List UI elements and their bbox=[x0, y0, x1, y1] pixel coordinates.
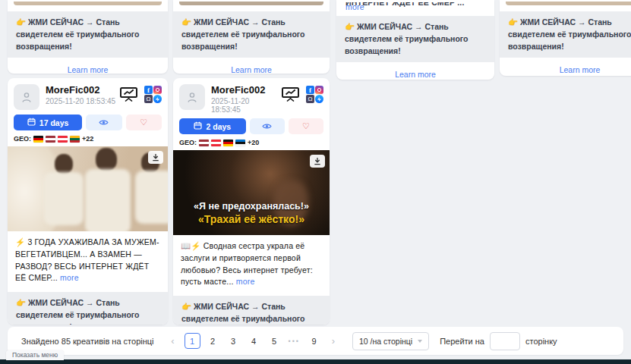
platform-icons: f Ω bbox=[144, 86, 162, 103]
page-button-3[interactable]: 3 bbox=[226, 333, 241, 349]
presentation-chart-icon[interactable] bbox=[119, 86, 138, 105]
cta-text: 👉 ЖМИ СЕЙЧАС → Стань свидетелем её триум… bbox=[336, 16, 494, 62]
clipped-creative-text: ИНТЕРНЕТ ЖДЁТ ЕЁ СМЕР ... more bbox=[336, 2, 494, 10]
card-actions: 17 days ♡ bbox=[8, 111, 168, 130]
creatives-page: 👉 ЖМИ СЕЙЧАС → Стань свидетелем её триум… bbox=[0, 0, 631, 364]
account-name: MoreFic002 bbox=[46, 84, 119, 96]
creative-image-overlay-text: «Я не предохранялась!» «Трахай её жёстко… bbox=[173, 200, 330, 226]
favorite-button[interactable]: ♡ bbox=[289, 118, 323, 134]
flag-de-icon bbox=[33, 136, 43, 143]
cta-text: 👉 ЖМИ СЕЙЧАС → Стань свидетелем её триум… bbox=[8, 11, 168, 58]
creative-card-partial: 👉 ЖМИ СЕЙЧАС → Стань свидетелем её триум… bbox=[500, 0, 631, 76]
favorite-button[interactable]: ♡ bbox=[126, 115, 162, 130]
flag-ee-icon bbox=[235, 140, 245, 146]
cta-text: 👉 ЖМИ СЕЙЧАС → Стань свидетелем её триум… bbox=[500, 11, 631, 58]
creative-text: ⚡ 3 ГОДА УХАЖИВАЛА ЗА МУЖЕМ-ВЕГЕТАТИВЦЕМ… bbox=[8, 231, 168, 289]
creative-card: MoreFic002 2025-11-20 18:53:45 f Ω 1 bbox=[8, 78, 168, 325]
geo-more-count[interactable]: +20 bbox=[248, 139, 259, 146]
creative-image-shape bbox=[135, 171, 168, 224]
download-image-button[interactable] bbox=[148, 151, 163, 164]
overlay-line-1: «Я не предохранялась!» bbox=[173, 200, 330, 212]
cta-text: 👉 ЖМИ СЕЙЧАС → Стань свидетелем её триум… bbox=[173, 296, 330, 325]
geo-more-count[interactable]: +22 bbox=[82, 135, 93, 143]
creative-image-shape bbox=[96, 148, 117, 171]
flag-lv-icon bbox=[46, 136, 55, 143]
creative-card: MoreFic002 2025-11-20 18:53:45 f Ω 2 bbox=[173, 78, 330, 325]
goto-page: Перейти на сторінку bbox=[440, 332, 557, 350]
days-active-button[interactable]: 17 days bbox=[14, 115, 82, 130]
column-4: 👉 ЖМИ СЕЙЧАС → Стань свидетелем её триум… bbox=[500, 0, 631, 76]
creative-image-shape bbox=[55, 154, 73, 174]
chevron-down-icon bbox=[418, 340, 422, 343]
page-button-1[interactable]: 1 bbox=[185, 333, 200, 349]
messenger-icon bbox=[153, 95, 162, 103]
pagination-bar: Знайдено 85 креативів на сторінці ‹ 1 2 … bbox=[8, 327, 623, 355]
goto-page-input[interactable] bbox=[490, 332, 520, 350]
per-page-select[interactable]: 10 /на сторінці bbox=[352, 332, 429, 350]
audience-network-icon: Ω bbox=[306, 95, 314, 103]
more-link[interactable]: more bbox=[236, 277, 255, 286]
geo-row: GEO: +22 bbox=[8, 130, 168, 146]
eye-icon bbox=[99, 117, 109, 128]
cta-text: 👉 ЖМИ СЕЙЧАС → Стань свидетелем её триум… bbox=[173, 11, 330, 58]
results-count: Знайдено 85 креативів на сторінці bbox=[21, 337, 154, 346]
geo-row: GEO: +20 bbox=[173, 134, 330, 150]
days-label: 17 days bbox=[39, 118, 69, 127]
instagram-icon bbox=[315, 86, 323, 94]
page-button-2[interactable]: 2 bbox=[205, 333, 221, 349]
creative-image-shape bbox=[44, 172, 84, 225]
geo-flags bbox=[199, 140, 245, 146]
card-header: MoreFic002 2025-11-20 18:53:45 f Ω bbox=[8, 78, 168, 111]
geo-flags bbox=[33, 136, 80, 143]
flag-lv-icon bbox=[199, 140, 209, 146]
learn-more-link[interactable]: Learn more bbox=[500, 65, 631, 74]
creative-image-sliver bbox=[179, 2, 323, 5]
geo-label: GEO: bbox=[179, 139, 197, 146]
learn-more-link[interactable]: Learn more bbox=[173, 65, 330, 74]
creative-image bbox=[8, 146, 168, 231]
views-button[interactable] bbox=[250, 118, 285, 134]
goto-suffix: сторінку bbox=[525, 337, 557, 346]
creative-card-partial: 👉 ЖМИ СЕЙЧАС → Стань свидетелем её триум… bbox=[173, 0, 330, 74]
flag-at-icon bbox=[211, 140, 221, 146]
calendar-icon bbox=[194, 121, 202, 131]
facebook-icon: f bbox=[306, 86, 314, 94]
calendar-icon bbox=[27, 118, 36, 127]
account-info: MoreFic002 2025-11-20 18:53:45 bbox=[205, 84, 281, 114]
heart-icon: ♡ bbox=[302, 121, 310, 131]
creative-card-partial: 👉 ЖМИ СЕЙЧАС → Стань свидетелем её триум… bbox=[8, 0, 168, 74]
learn-more-link[interactable]: Learn more bbox=[8, 65, 168, 74]
days-active-button[interactable]: 2 days bbox=[179, 118, 246, 134]
next-page-button[interactable]: › bbox=[327, 333, 340, 350]
days-label: 2 days bbox=[206, 122, 231, 131]
page-button-last[interactable]: 9 bbox=[306, 333, 322, 349]
pagination-ellipsis[interactable]: ••• bbox=[287, 337, 301, 345]
page-button-5[interactable]: 5 bbox=[267, 333, 282, 349]
prev-page-button[interactable]: ‹ bbox=[166, 333, 180, 350]
per-page-value: 10 /на сторінці bbox=[359, 337, 412, 346]
show-menu-button[interactable]: Показать меню bbox=[6, 350, 64, 360]
learn-more-link[interactable]: Learn more bbox=[336, 70, 494, 79]
bottom-bar bbox=[0, 359, 631, 364]
views-button[interactable] bbox=[86, 115, 121, 130]
instagram-icon bbox=[153, 86, 162, 94]
eye-icon bbox=[262, 121, 272, 132]
card-header: MoreFic002 2025-11-20 18:53:45 f Ω bbox=[173, 78, 330, 115]
column-3: ИНТЕРНЕТ ЖДЁТ ЕЁ СМЕР ... more 👉 ЖМИ СЕЙ… bbox=[336, 0, 494, 80]
account-info: MoreFic002 2025-11-20 18:53:45 bbox=[39, 84, 119, 110]
creative-datetime: 2025-11-20 18:53:45 bbox=[211, 97, 281, 114]
creative-card-partial: ИНТЕРНЕТ ЖДЁТ ЕЁ СМЕР ... more 👉 ЖМИ СЕЙ… bbox=[336, 0, 494, 80]
download-image-button[interactable] bbox=[310, 155, 325, 168]
flag-lt-icon bbox=[70, 136, 80, 143]
page-button-4[interactable]: 4 bbox=[246, 333, 262, 349]
creative-text-content: ⚡ 3 ГОДА УХАЖИВАЛА ЗА МУЖЕМ-ВЕГЕТАТИВЦЕМ… bbox=[15, 237, 159, 282]
audience-network-icon: Ω bbox=[144, 95, 153, 103]
more-link[interactable]: more bbox=[60, 273, 79, 282]
heart-icon: ♡ bbox=[140, 118, 147, 127]
presentation-chart-icon[interactable] bbox=[281, 86, 300, 105]
flag-at-icon bbox=[58, 136, 68, 143]
column-2: 👉 ЖМИ СЕЙЧАС → Стань свидетелем её триум… bbox=[173, 0, 330, 74]
facebook-icon: f bbox=[144, 86, 153, 94]
creative-image: «Я не предохранялась!» «Трахай её жёстко… bbox=[173, 150, 330, 235]
card-actions: 2 days ♡ bbox=[173, 115, 330, 134]
